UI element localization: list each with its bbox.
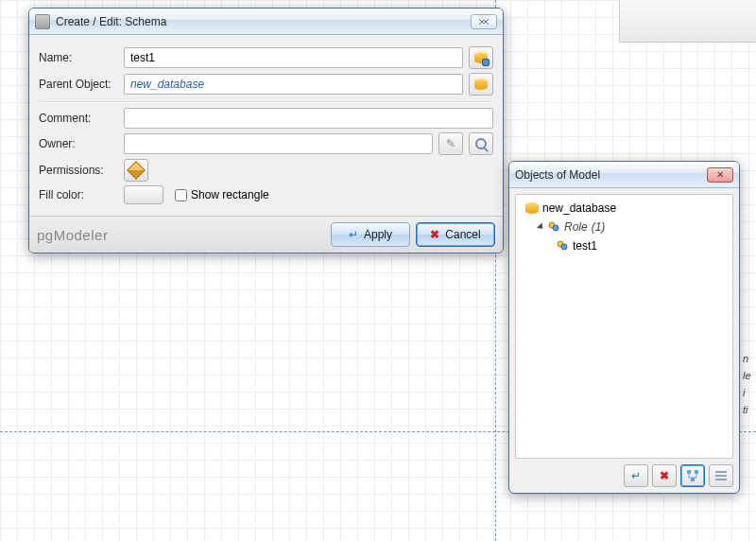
- objects-tree[interactable]: new_database Role (1) test1: [515, 194, 733, 459]
- pencil-icon: [127, 161, 146, 180]
- parent-object-button[interactable]: [469, 73, 493, 96]
- tree-item-database[interactable]: new_database: [522, 199, 727, 218]
- parent-input[interactable]: [124, 74, 463, 95]
- cancel-x-icon: ✖: [430, 228, 439, 241]
- dialog-title: Create / Edit: Schema: [56, 15, 465, 28]
- apply-label: Apply: [364, 228, 392, 241]
- brand-label: pgModeler: [37, 227, 325, 243]
- search-icon: [475, 138, 487, 149]
- app-icon: [35, 14, 50, 29]
- schema-dialog: Create / Edit: Schema Name: Parent Objec…: [28, 8, 504, 253]
- background-panel-stub: [619, 0, 756, 43]
- database-icon: [473, 50, 489, 65]
- show-rectangle-checkbox[interactable]: Show rectangle: [175, 188, 269, 201]
- tree-db-label: new_database: [542, 201, 616, 215]
- svg-rect-8: [715, 475, 727, 477]
- fillcolor-label: Fill color:: [39, 188, 118, 201]
- database-icon: [525, 202, 539, 214]
- collapse-button[interactable]: ↵: [624, 464, 648, 487]
- comment-label: Comment:: [39, 112, 118, 125]
- tree-view-button[interactable]: [680, 464, 705, 487]
- tree-icon: [686, 469, 699, 482]
- objects-title: Objects of Model: [515, 168, 701, 182]
- delete-button[interactable]: ✖: [652, 464, 677, 487]
- parent-label: Parent Object:: [39, 78, 118, 91]
- svg-rect-9: [715, 479, 727, 480]
- schema-dialog-titlebar[interactable]: Create / Edit: Schema: [29, 9, 503, 35]
- svg-rect-5: [695, 470, 698, 474]
- role-icon: [556, 239, 569, 253]
- owner-input[interactable]: [124, 133, 433, 154]
- return-icon: ↵: [631, 469, 641, 482]
- permissions-label: Permissions:: [39, 164, 118, 177]
- owner-search-button[interactable]: [469, 132, 493, 155]
- roles-icon: [547, 220, 560, 234]
- list-view-button[interactable]: [709, 464, 733, 487]
- svg-rect-6: [691, 478, 695, 481]
- picker-icon: ✎: [446, 137, 455, 150]
- cancel-label: Cancel: [445, 228, 480, 241]
- svg-point-1: [553, 225, 558, 231]
- permissions-edit-button[interactable]: [124, 159, 148, 182]
- comment-input[interactable]: [124, 108, 493, 129]
- show-rectangle-label: Show rectangle: [191, 188, 269, 201]
- tree-item-role[interactable]: test1: [522, 236, 727, 255]
- list-icon: [714, 469, 728, 482]
- svg-rect-4: [687, 470, 691, 474]
- objects-close-button[interactable]: ✕: [707, 167, 733, 183]
- apply-arrow-icon: ↵: [349, 228, 358, 241]
- tree-role-label: Role: [564, 220, 588, 234]
- objects-panel: Objects of Model ✕ new_database Role (1)…: [508, 161, 740, 494]
- tree-role-item-label: test1: [573, 239, 597, 253]
- name-label: Name:: [39, 51, 118, 64]
- delete-icon: ✖: [660, 469, 669, 482]
- database-icon: [473, 77, 489, 92]
- svg-point-3: [561, 244, 567, 250]
- name-input[interactable]: [124, 47, 463, 68]
- cancel-button[interactable]: ✖ Cancel: [416, 222, 495, 247]
- svg-rect-7: [715, 471, 727, 473]
- show-rectangle-input[interactable]: [175, 189, 187, 201]
- tree-role-count: (1): [592, 220, 606, 234]
- owner-label: Owner:: [39, 137, 118, 150]
- name-object-button[interactable]: [469, 46, 493, 69]
- close-button[interactable]: [471, 14, 497, 29]
- owner-pick-button[interactable]: ✎: [438, 132, 463, 155]
- background-text-stub: nleiti: [743, 350, 756, 418]
- objects-titlebar[interactable]: Objects of Model ✕: [509, 162, 739, 188]
- objects-toolbar: ↵ ✖: [509, 464, 739, 493]
- expand-icon: [537, 222, 545, 231]
- tree-item-role-group[interactable]: Role (1): [522, 218, 727, 236]
- fill-color-swatch[interactable]: [124, 185, 163, 204]
- apply-button[interactable]: ↵ Apply: [331, 222, 410, 247]
